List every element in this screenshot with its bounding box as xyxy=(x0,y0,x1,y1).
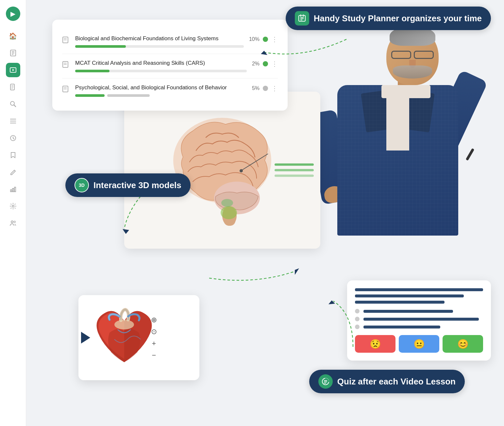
zoom-in-control[interactable]: + xyxy=(151,339,157,348)
move-control[interactable]: ⊕ xyxy=(150,315,158,325)
svg-point-21 xyxy=(12,205,14,207)
course-icon-2 xyxy=(62,61,70,70)
quiz-badge-text: Quiz after each Video Lesson xyxy=(337,377,456,387)
brain-visual xyxy=(124,92,320,249)
3d-icon-text: 3D xyxy=(79,183,85,188)
sidebar-item-video[interactable] xyxy=(6,63,20,77)
quiz-option-1[interactable] xyxy=(355,309,483,313)
3d-badge-icon: 3D xyxy=(75,178,89,192)
course-info-1: Biological and Biochemical Foundations o… xyxy=(75,35,244,48)
sidebar-item-home[interactable]: 🏠 xyxy=(6,29,20,43)
more-options-2[interactable]: ⋮ xyxy=(271,60,278,68)
rotate-control[interactable]: ⊙ xyxy=(150,327,158,337)
quiz-option-line-2 xyxy=(363,318,479,321)
svg-point-46 xyxy=(221,199,233,207)
svg-rect-19 xyxy=(12,188,14,192)
course-pct-3: 5% xyxy=(252,85,260,91)
course-meta-3: 5% ⋮ xyxy=(252,84,278,92)
professor-body xyxy=(337,85,458,236)
professor-marker xyxy=(466,148,475,161)
planner-badge-text: Handy Study Planner organizes your time xyxy=(314,13,482,24)
quiz-option-line-1 xyxy=(363,310,453,313)
svg-line-17 xyxy=(13,138,14,139)
quiz-question-lines xyxy=(355,288,483,304)
svg-rect-20 xyxy=(14,187,16,192)
course-title-2: MCAT Critical Analysis and Reasoning Ski… xyxy=(75,60,247,66)
3d-models-badge: 3D Interactive 3D models xyxy=(65,173,191,197)
quiz-line-2 xyxy=(355,294,464,297)
course-status-dot-2 xyxy=(263,61,268,66)
course-title-1: Biological and Biochemical Foundations o… xyxy=(75,35,244,42)
svg-point-45 xyxy=(221,206,237,219)
course-info-2: MCAT Critical Analysis and Reasoning Ski… xyxy=(75,60,247,72)
sidebar-item-users[interactable] xyxy=(6,216,20,230)
study-planner-badge: Handy Study Planner organizes your time xyxy=(286,7,491,30)
planner-row-2: MCAT Critical Analysis and Reasoning Ski… xyxy=(62,54,278,79)
quiz-card: 😟 😐 😊 xyxy=(347,280,491,361)
brain-illustration xyxy=(167,111,278,229)
quiz-btn-okay[interactable]: 😐 xyxy=(399,335,439,353)
sidebar: ▶ 🏠 xyxy=(0,0,26,426)
progress-bg-2 xyxy=(75,70,247,72)
svg-marker-5 xyxy=(12,69,14,71)
course-status-dot-1 xyxy=(263,37,268,42)
quiz-option-dot-1 xyxy=(355,309,360,313)
quiz-line-1 xyxy=(355,288,483,291)
course-title-3: Psychological, Social, and Biological Fo… xyxy=(75,84,247,91)
svg-point-47 xyxy=(114,320,134,329)
svg-marker-54 xyxy=(295,268,299,275)
sidebar-item-documents[interactable] xyxy=(6,80,20,94)
quiz-option-dot-3 xyxy=(355,325,360,329)
course-meta-1: 10% ⋮ xyxy=(249,35,278,43)
quiz-feedback-buttons: 😟 😐 😊 xyxy=(355,335,483,353)
course-info-3: Psychological, Social, and Biological Fo… xyxy=(75,84,247,97)
quiz-option-dot-2 xyxy=(355,317,360,321)
heart-illustration xyxy=(92,307,157,369)
planner-card: Biological and Biochemical Foundations o… xyxy=(52,20,288,111)
planner-row-1: Biological and Biochemical Foundations o… xyxy=(62,29,278,54)
quiz-badge-icon xyxy=(318,374,333,389)
brain-content-lines xyxy=(275,164,314,177)
professor-suit-pattern xyxy=(337,85,458,236)
svg-rect-18 xyxy=(10,190,12,192)
sidebar-item-settings[interactable] xyxy=(6,199,20,213)
heart-controls: ⊕ ⊙ + − xyxy=(150,315,158,360)
more-options-1[interactable]: ⋮ xyxy=(271,35,278,43)
sidebar-item-edit[interactable] xyxy=(6,165,20,179)
professor-glasses xyxy=(391,51,434,59)
heart-visual: ⊕ ⊙ + − xyxy=(85,302,163,374)
heart-3d-card: ⊕ ⊙ + − xyxy=(78,295,199,380)
svg-point-23 xyxy=(14,221,15,223)
sidebar-item-list[interactable] xyxy=(6,114,20,128)
quiz-line-3 xyxy=(355,301,445,304)
course-icon-1 xyxy=(62,36,70,46)
sidebar-item-search[interactable] xyxy=(6,97,20,111)
quiz-option-line-3 xyxy=(363,326,440,328)
professor-beard xyxy=(393,65,432,79)
sidebar-item-chart[interactable] xyxy=(6,182,20,196)
progress-fill-2 xyxy=(75,70,109,72)
professor-head xyxy=(386,28,439,85)
sidebar-item-clock[interactable] xyxy=(6,131,20,145)
sidebar-item-bookmark[interactable] xyxy=(6,148,20,162)
course-status-dot-3 xyxy=(263,86,268,91)
quiz-option-2[interactable] xyxy=(355,317,483,321)
professor-collar xyxy=(381,85,430,98)
sidebar-logo[interactable]: ▶ xyxy=(6,7,20,21)
quiz-option-3[interactable] xyxy=(355,325,483,329)
zoom-out-control[interactable]: − xyxy=(151,350,157,360)
planner-badge-icon xyxy=(295,11,309,26)
progress-bg-1 xyxy=(75,45,244,48)
brain-3d-card xyxy=(124,92,320,249)
quiz-badge: Quiz after each Video Lesson xyxy=(309,370,465,393)
main-content: Handy Study Planner organizes your time … xyxy=(26,0,504,426)
professor-area xyxy=(298,0,504,268)
course-meta-2: 2% ⋮ xyxy=(252,60,278,68)
more-options-3[interactable]: ⋮ xyxy=(271,84,278,92)
progress-fill-1 xyxy=(75,45,126,48)
quiz-btn-easy[interactable]: 😊 xyxy=(443,335,483,353)
sidebar-item-notes[interactable] xyxy=(6,46,20,60)
svg-point-22 xyxy=(11,221,13,223)
quiz-btn-hard[interactable]: 😟 xyxy=(355,335,395,353)
svg-point-44 xyxy=(240,169,243,172)
